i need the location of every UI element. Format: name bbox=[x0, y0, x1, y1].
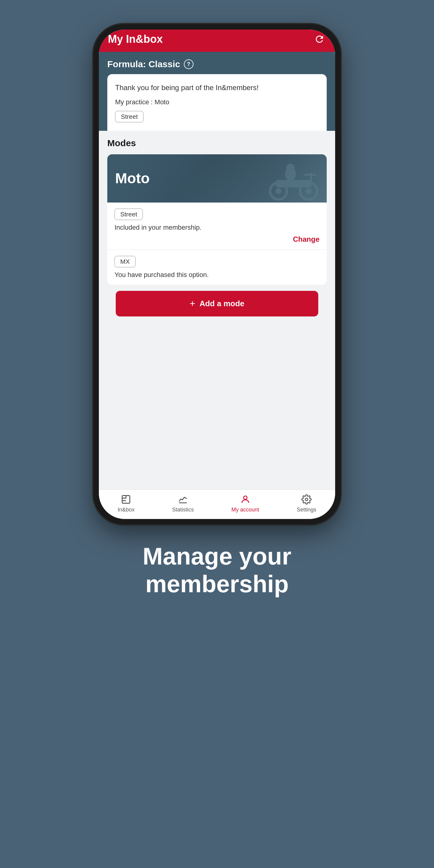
account-icon bbox=[240, 494, 251, 505]
change-button[interactable]: Change bbox=[115, 235, 319, 244]
svg-point-1 bbox=[286, 164, 295, 172]
moto-image-label: Moto bbox=[107, 170, 150, 187]
nav-item-settings[interactable]: Settings bbox=[297, 494, 316, 513]
add-mode-label: Add a mode bbox=[199, 299, 244, 308]
bottom-nav: In&box Statistics bbox=[99, 490, 335, 519]
app-title: My In&box bbox=[108, 33, 163, 45]
mx-badge: MX bbox=[115, 256, 135, 267]
nav-item-inbox[interactable]: In&box bbox=[118, 494, 134, 513]
purchased-text: You have purchased this option. bbox=[115, 271, 319, 279]
modes-title: Modes bbox=[107, 138, 327, 148]
nav-label-my-account: My account bbox=[231, 507, 259, 513]
mx-row: MX bbox=[115, 256, 319, 267]
nav-label-inbox: In&box bbox=[118, 507, 134, 513]
scroll-content: Formula: Classic ? Thank you for being p… bbox=[99, 52, 335, 490]
tagline-line1: Manage your membership bbox=[143, 542, 291, 598]
svg-point-6 bbox=[306, 188, 312, 194]
moto-mx-section: MX You have purchased this option. bbox=[107, 250, 327, 285]
phone-frame: My In&box Formula: Classic ? Thank yo bbox=[93, 24, 341, 524]
refresh-button[interactable] bbox=[313, 33, 326, 46]
phone-inner: My In&box Formula: Classic ? Thank yo bbox=[99, 30, 335, 519]
nav-label-statistics: Statistics bbox=[172, 507, 194, 513]
formula-thank-you-text: Thank you for being part of the In&membe… bbox=[115, 83, 319, 93]
formula-title: Formula: Classic bbox=[107, 59, 180, 69]
moto-street-section: Street Included in your membership. Chan… bbox=[107, 203, 327, 250]
moto-card: Moto bbox=[107, 154, 327, 285]
nav-item-statistics[interactable]: Statistics bbox=[172, 494, 194, 513]
svg-rect-8 bbox=[310, 173, 312, 181]
settings-icon bbox=[301, 494, 312, 505]
formula-header: Formula: Classic ? bbox=[107, 59, 327, 69]
street-badge: Street bbox=[115, 209, 143, 220]
modes-section: Modes Moto bbox=[99, 131, 335, 330]
formula-street-badge: Street bbox=[115, 111, 144, 122]
app-header: My In&box bbox=[99, 30, 335, 52]
formula-content: Thank you for being part of the In&membe… bbox=[107, 74, 327, 131]
info-icon[interactable]: ? bbox=[184, 59, 193, 69]
inbox-icon bbox=[121, 494, 131, 505]
svg-point-12 bbox=[305, 498, 308, 501]
formula-practice-label: My practice : Moto bbox=[115, 98, 319, 106]
nav-item-my-account[interactable]: My account bbox=[231, 494, 259, 513]
moto-silhouette-svg bbox=[248, 157, 321, 203]
included-text: Included in your membership. bbox=[115, 224, 319, 231]
svg-point-11 bbox=[244, 496, 247, 499]
page-wrapper: My In&box Formula: Classic ? Thank yo bbox=[0, 0, 434, 868]
moto-street-row: Street bbox=[115, 209, 319, 220]
svg-point-5 bbox=[276, 188, 281, 194]
moto-image: Moto bbox=[107, 154, 327, 203]
add-mode-button[interactable]: + Add a mode bbox=[116, 291, 318, 316]
tagline-section: Manage your membership bbox=[113, 542, 321, 598]
statistics-icon bbox=[178, 494, 188, 505]
nav-label-settings: Settings bbox=[297, 507, 316, 513]
plus-icon: + bbox=[190, 298, 195, 309]
formula-card: Formula: Classic ? Thank you for being p… bbox=[99, 52, 335, 131]
